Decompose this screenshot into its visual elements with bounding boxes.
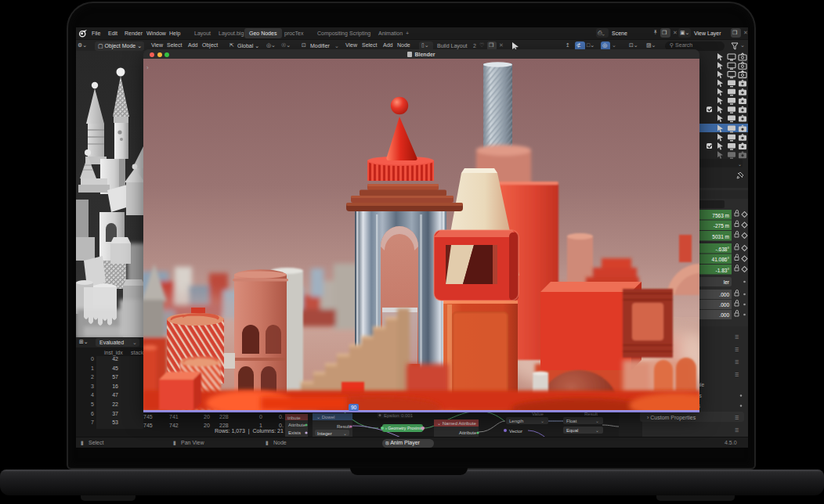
svg-text:7563 m: 7563 m <box>712 213 729 218</box>
svg-text:41.086°: 41.086° <box>712 257 730 262</box>
svg-text:-.638°: -.638° <box>716 247 730 252</box>
svg-text:☰: ☰ <box>735 428 739 433</box>
svg-text:Exists: Exists <box>288 430 301 435</box>
svg-text:☰: ☰ <box>735 416 739 420</box>
svg-text:-1.83°: -1.83° <box>716 268 730 273</box>
svg-text:☰: ☰ <box>735 360 739 365</box>
svg-text:› Geometry Proximity: › Geometry Proximity <box>385 426 425 430</box>
svg-text:⌄: ⌄ <box>343 431 347 436</box>
svg-text:Vector: Vector <box>509 429 522 434</box>
svg-text:⌄ Named Attribute: ⌄ Named Attribute <box>437 421 476 426</box>
svg-text:☰: ☰ <box>735 335 739 340</box>
svg-text:⌄: ⌄ <box>595 419 599 423</box>
svg-text:Length: Length <box>509 419 523 423</box>
svg-text:-275 m: -275 m <box>714 223 729 229</box>
svg-text:Float: Float <box>566 419 577 423</box>
svg-text:0.001: 0.001 <box>401 413 414 418</box>
svg-text:Attribute: Attribute <box>459 430 477 435</box>
svg-text:5031 m: 5031 m <box>712 234 729 239</box>
svg-text:› Custom Properties: › Custom Properties <box>647 415 696 421</box>
svg-text:⌄ Dowel: ⌄ Dowel <box>316 415 334 419</box>
svg-text:Result: Result <box>337 424 350 429</box>
svg-text:.000: .000 <box>719 302 729 308</box>
svg-text:⌄: ⌄ <box>738 162 742 167</box>
svg-text:Epsilon: Epsilon <box>384 413 399 418</box>
svg-text:Equal: Equal <box>566 428 578 433</box>
svg-text:☰: ☰ <box>735 373 739 377</box>
svg-text:Integer: Integer <box>317 431 332 436</box>
svg-text:.000: .000 <box>719 292 729 297</box>
svg-text:›: › <box>146 64 149 71</box>
svg-text:ler: ler <box>724 279 730 285</box>
svg-text:tribute: tribute <box>287 416 301 420</box>
svg-text:⌄: ⌄ <box>540 419 544 423</box>
svg-text:Attribute: Attribute <box>288 423 306 427</box>
svg-text:.000: .000 <box>719 312 729 318</box>
svg-text:⌄: ⌄ <box>595 428 599 433</box>
svg-text:☰: ☰ <box>735 347 739 352</box>
